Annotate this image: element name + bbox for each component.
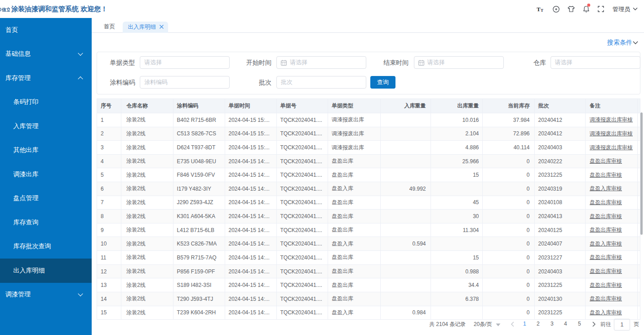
svg-text:T: T bbox=[541, 8, 543, 13]
svg-text:T: T bbox=[537, 6, 541, 13]
